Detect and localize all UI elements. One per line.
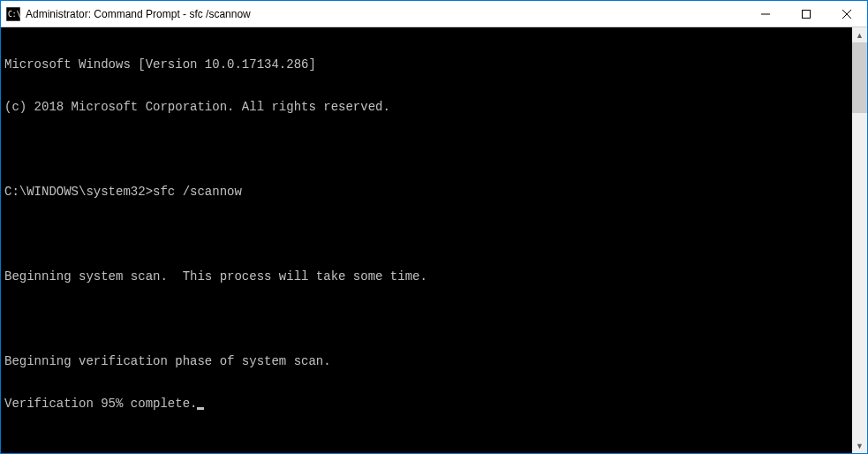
terminal-line: Verification 95% complete. xyxy=(4,397,849,411)
svg-text:C:\: C:\ xyxy=(8,11,20,19)
terminal-output[interactable]: Microsoft Windows [Version 10.0.17134.28… xyxy=(1,27,852,453)
terminal-line xyxy=(4,142,849,156)
cursor-icon xyxy=(197,407,204,410)
close-button[interactable] xyxy=(826,1,867,26)
minimize-button[interactable] xyxy=(745,1,786,26)
terminal-line: (c) 2018 Microsoft Corporation. All righ… xyxy=(4,100,849,114)
scroll-track[interactable] xyxy=(852,42,867,438)
terminal-line xyxy=(4,227,849,241)
maximize-button[interactable] xyxy=(786,1,826,26)
content-area: Microsoft Windows [Version 10.0.17134.28… xyxy=(1,27,867,453)
window-title: Administrator: Command Prompt - sfc /sca… xyxy=(26,8,745,20)
scroll-up-icon[interactable]: ▲ xyxy=(852,27,867,42)
terminal-line: C:\WINDOWS\system32>sfc /scannow xyxy=(4,185,849,199)
terminal-line: Microsoft Windows [Version 10.0.17134.28… xyxy=(4,57,849,72)
svg-rect-3 xyxy=(803,10,811,18)
vertical-scrollbar[interactable]: ▲ ▼ xyxy=(852,27,867,453)
cmd-icon: C:\ xyxy=(6,7,20,21)
scroll-down-icon[interactable]: ▼ xyxy=(852,438,867,453)
terminal-line: Beginning verification phase of system s… xyxy=(4,354,849,368)
titlebar[interactable]: C:\ Administrator: Command Prompt - sfc … xyxy=(1,1,867,27)
scroll-thumb[interactable] xyxy=(852,42,867,113)
terminal-text: Verification 95% complete. xyxy=(4,397,197,411)
terminal-line xyxy=(4,312,849,326)
window-controls xyxy=(745,1,867,26)
terminal-line: Beginning system scan. This process will… xyxy=(4,269,849,284)
